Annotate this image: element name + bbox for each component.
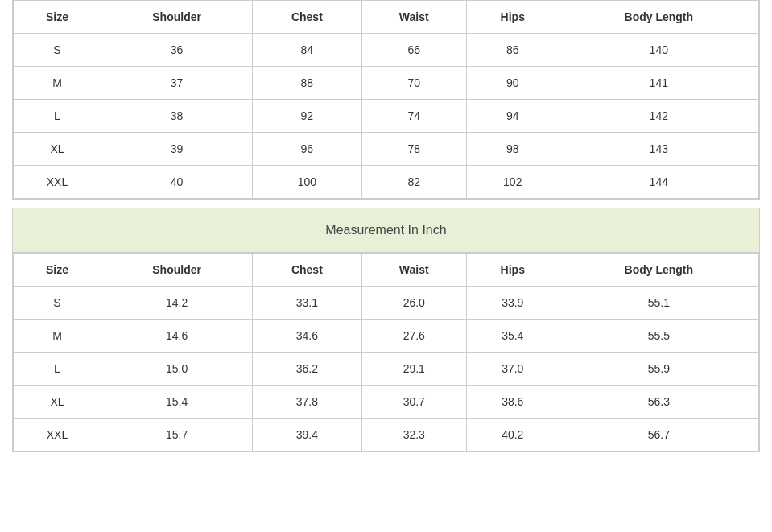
- table-cell: 143: [559, 133, 758, 166]
- table-cell: 92: [253, 100, 361, 133]
- table-cell: XXL: [14, 166, 101, 199]
- inch-col-hips: Hips: [466, 254, 559, 287]
- table-row: S36846686140: [14, 34, 759, 67]
- cm-col-size: Size: [14, 1, 101, 34]
- cm-table-header-row: Size Shoulder Chest Waist Hips Body Leng…: [14, 1, 759, 34]
- cm-col-shoulder: Shoulder: [101, 1, 253, 34]
- table-cell: 100: [253, 166, 361, 199]
- table-cell: 36.2: [253, 353, 361, 386]
- page-container: Size Shoulder Chest Waist Hips Body Leng…: [0, 0, 772, 452]
- table-cell: L: [14, 353, 101, 386]
- inch-table-section: Measurement In Inch Size Shoulder Chest …: [12, 208, 760, 452]
- table-cell: 26.0: [361, 287, 466, 320]
- table-cell: 37.0: [466, 353, 559, 386]
- cm-table: Size Shoulder Chest Waist Hips Body Leng…: [13, 0, 759, 199]
- cm-table-section: Size Shoulder Chest Waist Hips Body Leng…: [12, 0, 760, 200]
- table-cell: 84: [253, 34, 361, 67]
- table-cell: 29.1: [361, 353, 466, 386]
- table-cell: 30.7: [361, 386, 466, 419]
- table-cell: 36: [101, 34, 253, 67]
- table-row: L38927494142: [14, 100, 759, 133]
- cm-col-waist: Waist: [361, 1, 466, 34]
- table-cell: 38: [101, 100, 253, 133]
- table-cell: XL: [14, 386, 101, 419]
- table-cell: 55.1: [559, 287, 758, 320]
- table-cell: 37: [101, 67, 253, 100]
- inch-col-chest: Chest: [253, 254, 361, 287]
- table-cell: 86: [466, 34, 559, 67]
- inch-col-waist: Waist: [361, 254, 466, 287]
- table-row: XL39967898143: [14, 133, 759, 166]
- inch-col-body-length: Body Length: [559, 254, 758, 287]
- table-cell: 102: [466, 166, 559, 199]
- table-cell: 94: [466, 100, 559, 133]
- table-cell: 55.5: [559, 320, 758, 353]
- table-cell: 78: [361, 133, 466, 166]
- table-cell: 14.2: [101, 287, 253, 320]
- table-cell: 32.3: [361, 419, 466, 452]
- table-cell: 141: [559, 67, 758, 100]
- table-cell: 56.3: [559, 386, 758, 419]
- table-cell: XXL: [14, 419, 101, 452]
- table-cell: 15.7: [101, 419, 253, 452]
- table-cell: 70: [361, 67, 466, 100]
- table-cell: 90: [466, 67, 559, 100]
- table-cell: 15.0: [101, 353, 253, 386]
- inch-section-header: Measurement In Inch: [13, 208, 759, 253]
- table-cell: 40.2: [466, 419, 559, 452]
- table-cell: 74: [361, 100, 466, 133]
- table-cell: 38.6: [466, 386, 559, 419]
- table-row: M14.634.627.635.455.5: [14, 320, 759, 353]
- table-cell: 39: [101, 133, 253, 166]
- table-cell: 33.1: [253, 287, 361, 320]
- cm-col-chest: Chest: [253, 1, 361, 34]
- table-cell: XL: [14, 133, 101, 166]
- table-cell: 144: [559, 166, 758, 199]
- table-row: XXL15.739.432.340.256.7: [14, 419, 759, 452]
- table-row: XXL4010082102144: [14, 166, 759, 199]
- table-cell: 15.4: [101, 386, 253, 419]
- table-cell: 14.6: [101, 320, 253, 353]
- table-cell: S: [14, 34, 101, 67]
- inch-col-shoulder: Shoulder: [101, 254, 253, 287]
- table-cell: M: [14, 67, 101, 100]
- table-cell: 34.6: [253, 320, 361, 353]
- table-cell: L: [14, 100, 101, 133]
- table-row: S14.233.126.033.955.1: [14, 287, 759, 320]
- cm-col-body-length: Body Length: [559, 1, 758, 34]
- table-cell: 33.9: [466, 287, 559, 320]
- table-cell: 40: [101, 166, 253, 199]
- table-cell: 66: [361, 34, 466, 67]
- inch-table-header-row: Size Shoulder Chest Waist Hips Body Leng…: [14, 254, 759, 287]
- table-cell: 88: [253, 67, 361, 100]
- table-cell: 37.8: [253, 386, 361, 419]
- table-cell: S: [14, 287, 101, 320]
- table-cell: 140: [559, 34, 758, 67]
- table-cell: 27.6: [361, 320, 466, 353]
- table-row: XL15.437.830.738.656.3: [14, 386, 759, 419]
- cm-col-hips: Hips: [466, 1, 559, 34]
- inch-table: Size Shoulder Chest Waist Hips Body Leng…: [13, 253, 759, 452]
- table-row: M37887090141: [14, 67, 759, 100]
- table-cell: 142: [559, 100, 758, 133]
- table-cell: 96: [253, 133, 361, 166]
- table-cell: 39.4: [253, 419, 361, 452]
- table-cell: M: [14, 320, 101, 353]
- inch-col-size: Size: [14, 254, 101, 287]
- table-cell: 55.9: [559, 353, 758, 386]
- table-cell: 82: [361, 166, 466, 199]
- table-cell: 56.7: [559, 419, 758, 452]
- table-cell: 35.4: [466, 320, 559, 353]
- table-row: L15.036.229.137.055.9: [14, 353, 759, 386]
- table-cell: 98: [466, 133, 559, 166]
